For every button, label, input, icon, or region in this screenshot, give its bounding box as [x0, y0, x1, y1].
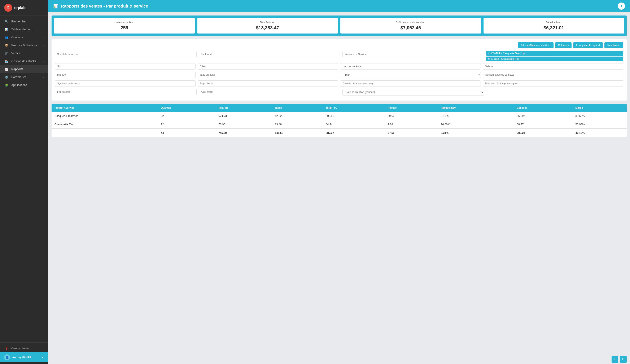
cell-total-ttc-total: 887.37 — [323, 129, 385, 137]
filter-toolbar: Afficher/Masquer les filtres Colonnes En… — [55, 42, 623, 48]
cell-remise-total: 67.55 — [385, 129, 438, 137]
tag-close-icon[interactable]: ✕ — [488, 58, 490, 60]
cell-product: Chaussette Tino — [52, 120, 158, 129]
sidebar-item-label: Produits & Services — [11, 43, 43, 47]
settings-icon: ⚙️ — [4, 76, 9, 79]
cell-remise-moy: 10.00% — [438, 120, 514, 129]
variante-filter[interactable] — [342, 51, 484, 57]
cell-remise-moy: 8.13% — [438, 112, 514, 120]
sidebar-item-help[interactable]: ❓ Centre d'aide — [0, 344, 48, 352]
col-total-ht: Total HT — [216, 104, 272, 112]
a-du-stock-filter[interactable] — [199, 89, 340, 95]
sidebar-item-label: Rapports — [11, 67, 44, 71]
tag-close-icon[interactable]: ✕ — [488, 52, 490, 55]
date-creation-plus-filter[interactable] — [340, 80, 481, 87]
sidebar-item-apps[interactable]: 🧩 Applications — [0, 81, 48, 89]
col-quantite: Quantité — [158, 104, 216, 112]
refresh-button[interactable]: ↻ — [620, 356, 627, 363]
cell-remise: 7.88 — [385, 120, 438, 129]
filter-area: Afficher/Masquer les filtres Colonnes En… — [52, 39, 627, 100]
card-value-cost: $7,062.46 — [344, 25, 478, 30]
col-remise-moy: Remise moy. — [438, 104, 514, 112]
table-row: Casquette Team'Up 32 674.73 128.20 802.9… — [52, 112, 627, 120]
cell-taxes: 128.20 — [272, 112, 323, 120]
col-total-ttc: Total TTC — [323, 104, 385, 112]
tout-select[interactable]: - Tout - — [340, 72, 481, 78]
table-total-row: 44 745.69 141.68 887.37 67.55 8.31% 299.… — [52, 129, 627, 137]
cell-taxes-total: 141.68 — [272, 129, 323, 137]
sidebar: erplain 🔍 Rechercher 📊 Tableau de bord 👥… — [0, 0, 48, 364]
logo-icon — [4, 4, 12, 12]
tag-chaussette: ✕ CH102 - Chaussette Tino — [486, 56, 623, 61]
table-row: Chaussette Tino 12 70.96 13.48 84.44 7.8… — [52, 120, 627, 129]
statut-filter[interactable] — [55, 51, 196, 57]
filter-row-1: ✕ CQ-TUP - Casquette Team'Up ✕ CH102 - C… — [55, 51, 623, 61]
toggle-filters-button[interactable]: Afficher/Masquer les filtres — [518, 42, 553, 48]
page-header: 📊 Rapports des ventes - Par produit & se… — [48, 0, 630, 12]
sidebar-item-label: Ventes — [11, 51, 43, 55]
cell-taxes: 13.48 — [272, 120, 323, 129]
tags-produits-filter[interactable] — [198, 72, 338, 78]
download-button[interactable]: ⬇ — [612, 356, 618, 363]
chevron-right-icon: › — [43, 76, 44, 78]
col-product: Produit / Service — [52, 104, 158, 112]
header-left: 📊 Rapports des ventes - Par produit & se… — [53, 3, 148, 8]
chevron-right-icon: › — [43, 60, 44, 62]
user-name: Audrey FAVRE — [12, 356, 42, 359]
sidebar-item-reports[interactable]: 📈 Rapports — [0, 65, 48, 73]
sidebar-item-label: Paramètres — [11, 75, 43, 79]
lieu-filter[interactable] — [340, 63, 481, 69]
cell-benefice: 38.27 — [514, 120, 572, 129]
sidebar-item-search[interactable]: 🔍 Rechercher — [0, 17, 48, 25]
save-report-button[interactable]: Enregistrer le rapport — [573, 42, 603, 48]
reports-icon: 📈 — [4, 68, 9, 71]
main-content: 📊 Rapports des ventes - Par produit & se… — [48, 0, 630, 364]
date-periode-select[interactable]: Date de création (période) — [342, 89, 484, 95]
summary-cards: Unités facturées : 259 Total facturé : $… — [52, 15, 627, 36]
facture-filter[interactable] — [199, 51, 340, 57]
summary-card-profit: Bénéfice brut : $6,321.01 — [484, 18, 624, 33]
summary-card-total: Total facturé : $13,383.47 — [197, 18, 338, 33]
sidebar-item-label: Rechercher — [11, 20, 44, 23]
help-icon: ❓ — [4, 347, 9, 350]
card-label-profit: Bénéfice brut : — [487, 21, 621, 24]
cell-total-ht: 70.96 — [216, 120, 272, 129]
fournisseur-filter[interactable] — [55, 89, 196, 95]
cell-total-ht: 674.73 — [216, 112, 272, 120]
add-button[interactable]: + — [618, 2, 625, 10]
contacts-icon: 👥 — [4, 36, 9, 39]
systeme-filter[interactable] — [55, 80, 196, 87]
sidebar-item-products[interactable]: 📦 Produits & Services › — [0, 41, 48, 49]
card-label-units: Unités facturées : — [58, 21, 191, 24]
sidebar-item-label: Tableau de bord — [11, 28, 44, 31]
sidebar-item-settings[interactable]: ⚙️ Paramètres › — [0, 73, 48, 81]
sidebar-item-dashboard[interactable]: 📊 Tableau de bord — [0, 25, 48, 33]
card-label-total: Total facturé : — [200, 21, 334, 24]
sidebar-item-sales[interactable]: 🛒 Ventes › — [0, 49, 48, 57]
chevron-right-icon: › — [43, 36, 44, 38]
bottom-bar: ⬇ ↻ — [48, 355, 630, 364]
columns-button[interactable]: Colonnes — [555, 42, 572, 48]
cell-marge: 53.93% — [572, 120, 627, 129]
saison-filter[interactable] — [483, 63, 624, 69]
filter-row-3: - Tout - — [55, 72, 623, 78]
apps-icon: 🧩 — [4, 83, 9, 87]
logo-text: erplain — [14, 6, 26, 10]
tags-clients-filter[interactable] — [198, 80, 338, 87]
reset-button[interactable]: Réinitialiser — [604, 42, 623, 48]
sidebar-item-contacts[interactable]: 👥 Contacts › — [0, 33, 48, 41]
applied-tags: ✕ CQ-TUP - Casquette Team'Up ✕ CH102 - C… — [486, 51, 623, 61]
stock-icon: 🏪 — [4, 60, 9, 63]
sales-icon: 🛒 — [4, 52, 9, 55]
filter-row-4 — [55, 80, 623, 87]
sku-filter[interactable] — [55, 63, 196, 69]
sidebar-item-stock[interactable]: 🏪 Gestion des stocks › — [0, 57, 48, 65]
gestionnaires-filter[interactable] — [483, 72, 624, 78]
marque-filter[interactable] — [55, 72, 196, 78]
client-filter[interactable] — [198, 63, 338, 69]
col-benefice: Bénéfice — [514, 104, 572, 112]
date-creation-moins-filter[interactable] — [483, 80, 624, 87]
cell-remise: 59.67 — [385, 112, 438, 120]
sidebar-user[interactable]: 👤 Audrey FAVRE ▲ — [0, 352, 48, 362]
cell-quantite: 12 — [158, 120, 216, 129]
